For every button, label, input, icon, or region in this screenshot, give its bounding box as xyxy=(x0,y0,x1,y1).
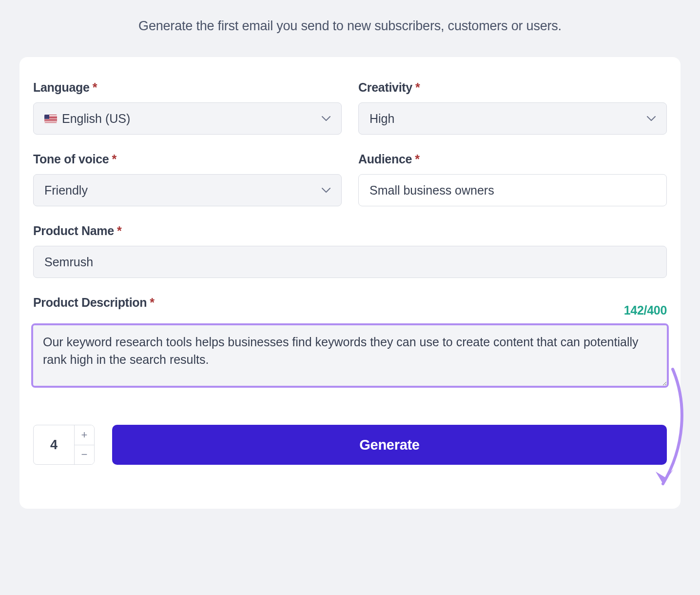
audience-label: Audience* xyxy=(358,152,667,166)
audience-label-text: Audience xyxy=(358,152,412,166)
creativity-field: Creativity* High xyxy=(358,80,667,135)
product-name-input[interactable] xyxy=(33,246,667,278)
product-description-label: Product Description* xyxy=(33,296,155,310)
required-mark: * xyxy=(415,152,419,166)
quantity-stepper[interactable]: 4 + − xyxy=(33,425,95,465)
chevron-down-icon xyxy=(647,114,656,123)
creativity-label: Creativity* xyxy=(358,80,667,95)
audience-input[interactable] xyxy=(358,174,667,206)
language-field: Language* English (US) xyxy=(33,80,342,135)
tone-label-text: Tone of voice xyxy=(33,152,109,166)
creativity-label-text: Creativity xyxy=(358,80,412,94)
product-name-label: Product Name* xyxy=(33,224,667,238)
quantity-increase-button[interactable]: + xyxy=(75,425,94,445)
product-description-field: Product Description* 142/400 xyxy=(33,296,667,388)
language-value: English (US) xyxy=(62,112,130,126)
tone-value: Friendly xyxy=(44,183,88,198)
product-name-label-text: Product Name xyxy=(33,224,114,238)
us-flag-icon xyxy=(44,115,57,123)
quantity-value: 4 xyxy=(34,425,75,464)
language-label: Language* xyxy=(33,80,342,95)
quantity-decrease-button[interactable]: − xyxy=(75,445,94,465)
audience-field: Audience* xyxy=(358,152,667,206)
language-select[interactable]: English (US) xyxy=(33,102,342,135)
tone-label: Tone of voice* xyxy=(33,152,342,166)
required-mark: * xyxy=(93,80,97,94)
language-label-text: Language xyxy=(33,80,90,94)
chevron-down-icon xyxy=(322,114,331,123)
tone-field: Tone of voice* Friendly xyxy=(33,152,342,206)
char-count: 142/400 xyxy=(624,303,667,317)
tone-select[interactable]: Friendly xyxy=(33,174,342,206)
creativity-value: High xyxy=(369,112,394,126)
page-subtitle: Generate the first email you send to new… xyxy=(0,0,700,57)
product-description-label-text: Product Description xyxy=(33,296,147,309)
creativity-select[interactable]: High xyxy=(358,102,667,135)
product-description-highlight xyxy=(31,323,669,388)
chevron-down-icon xyxy=(322,186,331,195)
required-mark: * xyxy=(415,80,420,94)
required-mark: * xyxy=(112,152,116,166)
required-mark: * xyxy=(117,224,121,238)
product-description-input[interactable] xyxy=(33,325,667,386)
product-name-field: Product Name* xyxy=(33,224,667,278)
required-mark: * xyxy=(150,296,154,309)
generate-button[interactable]: Generate xyxy=(112,425,667,465)
form-card: Language* English (US) Creativity* High xyxy=(19,57,681,509)
